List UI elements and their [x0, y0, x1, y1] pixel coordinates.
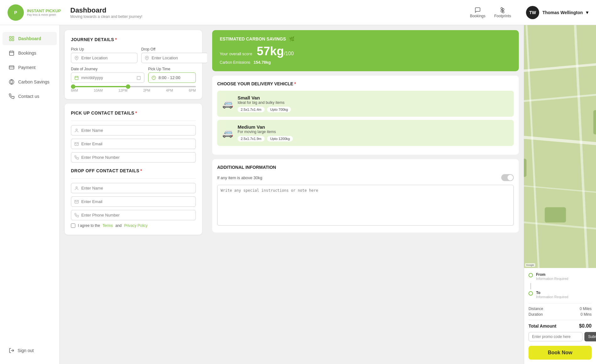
- terms-checkbox[interactable]: [71, 223, 75, 228]
- dropoff-user-icon: [74, 186, 79, 190]
- chevron-down-icon: ▾: [586, 9, 588, 15]
- slider-track: [71, 86, 196, 87]
- dropoff-name-input[interactable]: [81, 186, 192, 190]
- vehicle-card-medium-van[interactable]: 🚐 Medium Van For moving large items 2.5x…: [217, 120, 514, 146]
- svg-rect-37: [545, 207, 566, 222]
- dropoff-phone-icon: [74, 213, 79, 217]
- notes-textarea[interactable]: [217, 185, 514, 226]
- total-amount: $0.00: [579, 323, 592, 329]
- distance-label: Distance: [529, 307, 543, 311]
- privacy-link[interactable]: Privacy Policy: [124, 223, 148, 228]
- sidebar-signout[interactable]: Sign out: [3, 344, 57, 357]
- dropoff-label: Drop Off: [141, 47, 207, 51]
- pickup-email-wrapper[interactable]: [71, 139, 196, 149]
- agree-text: I agree to the: [78, 223, 100, 228]
- user-icon: [74, 128, 79, 133]
- slider-10am: 10AM: [94, 88, 103, 92]
- slider-labels: 8AM 10AM 12PM 2PM 4PM 6PM: [71, 88, 196, 92]
- dropoff-input[interactable]: [152, 56, 204, 60]
- time-value: 8:00 - 12:00: [158, 75, 180, 80]
- additional-title: ADDITIONAL INFORMATION: [217, 165, 514, 170]
- pickup-input[interactable]: [81, 56, 134, 60]
- svg-point-17: [76, 57, 77, 58]
- svg-rect-6: [9, 36, 11, 38]
- date-field: Date of Journey: [71, 67, 144, 83]
- dropoff-phone-wrapper[interactable]: [71, 210, 196, 220]
- nav-bookings[interactable]: Bookings: [470, 7, 485, 18]
- svg-point-26: [76, 186, 78, 188]
- from-label: From: [536, 272, 568, 277]
- sidebar-item-carbon-savings[interactable]: Carbon Savings: [3, 75, 57, 88]
- pickup-divider: [71, 120, 196, 121]
- avatar: TW: [526, 6, 539, 19]
- dropoff-name-wrapper[interactable]: [71, 183, 196, 193]
- svg-point-2: [501, 7, 502, 9]
- pickup-input-wrapper[interactable]: [71, 53, 137, 63]
- header-nav: Bookings Footprints TW Thomas Wellington…: [470, 6, 588, 19]
- svg-point-18: [146, 57, 148, 58]
- vehicle-section: CHOOSE YOUR DELIVERY VEHICLE* 🚐 Small Va…: [212, 76, 519, 155]
- toggle-switch[interactable]: [501, 174, 514, 181]
- dropoff-email-wrapper[interactable]: [71, 196, 196, 207]
- route-to-text: To Information Required: [536, 291, 568, 299]
- distance-row: Distance 0 Miles: [529, 307, 592, 311]
- svg-point-5: [502, 11, 504, 13]
- date-input[interactable]: [81, 75, 134, 80]
- sidebar-item-dashboard[interactable]: Dashboard: [3, 32, 57, 45]
- medium-van-specs: 2.5x1.7x1.9m Upto 1200kg: [238, 136, 509, 142]
- sidebar-item-payment[interactable]: Payment: [3, 61, 57, 74]
- small-van-info: Small Van Ideal for big and bulky items …: [238, 95, 509, 112]
- submit-promo-button[interactable]: Submit: [584, 332, 596, 341]
- logo-icon: P: [8, 4, 24, 21]
- map-svg: [524, 25, 596, 268]
- book-now-button[interactable]: Book Now: [529, 346, 592, 360]
- calendar-icon: [74, 76, 79, 80]
- header: P INSTANT PICKUP Pay less & move green D…: [0, 0, 596, 25]
- dropoff-phone-input[interactable]: [81, 213, 192, 217]
- map-area: Google: [524, 25, 596, 268]
- svg-rect-36: [593, 110, 596, 134]
- carbon-emissions-value: 154.78kg: [254, 60, 271, 65]
- medium-van-capacity: Upto 1200kg: [267, 136, 293, 142]
- pickup-name-input[interactable]: [81, 128, 192, 133]
- content-area: JOURNEY DETAILS* Pick Up Drop Off: [60, 25, 596, 364]
- page-title: Dashboard: [70, 6, 470, 14]
- route-connector: [530, 283, 531, 289]
- user-menu[interactable]: TW Thomas Wellington ▾: [526, 6, 588, 19]
- carbon-score-label: Your overall score: [220, 51, 252, 56]
- svg-point-25: [76, 129, 78, 130]
- dropoff-email-icon: [74, 200, 79, 204]
- journey-title: JOURNEY DETAILS*: [71, 37, 196, 42]
- phone-icon: [74, 155, 79, 160]
- sidebar-item-contact[interactable]: Contact us: [3, 90, 57, 103]
- location-icon: [74, 56, 79, 60]
- small-van-specs: 2.5x1.7x1.4m Upto 700kg: [238, 107, 509, 112]
- terms-row: I agree to the Terms and Privacy Policy: [71, 223, 196, 228]
- vehicle-card-small-van[interactable]: 🚐 Small Van Ideal for big and bulky item…: [217, 91, 514, 117]
- medium-van-info: Medium Van For moving large items 2.5x1.…: [238, 124, 509, 142]
- pickup-name-wrapper[interactable]: [71, 125, 196, 136]
- promo-input[interactable]: [529, 332, 583, 341]
- duration-value: 0 Mins: [581, 312, 592, 317]
- terms-link[interactable]: Terms: [103, 223, 113, 228]
- medium-van-dimensions: 2.5x1.7x1.9m: [238, 136, 265, 142]
- pickup-phone-wrapper[interactable]: [71, 152, 196, 163]
- slider-12pm: 12PM: [118, 88, 127, 92]
- sidebar-item-bookings[interactable]: Bookings: [3, 46, 57, 60]
- dropoff-email-input[interactable]: [81, 199, 192, 204]
- time-slider[interactable]: 8AM 10AM 12PM 2PM 4PM 6PM: [71, 86, 196, 92]
- svg-text:P: P: [14, 10, 17, 15]
- toggle-row: If any item is above 30kg: [217, 174, 514, 181]
- time-display[interactable]: 8:00 - 12:00: [148, 72, 196, 83]
- sidebar-contact-label: Contact us: [18, 94, 39, 99]
- nav-footprints[interactable]: Footprints: [494, 7, 511, 18]
- pickup-phone-input[interactable]: [81, 155, 192, 160]
- date-wrapper[interactable]: [71, 72, 144, 83]
- carbon-score-value: 57kg/100: [257, 45, 294, 58]
- pickup-email-input[interactable]: [81, 142, 192, 146]
- carbon-header: ESTIMATED CARBON SAVINGS 🌿: [220, 36, 511, 41]
- total-divider: [529, 320, 592, 320]
- pickup-label: Pick Up: [71, 47, 137, 51]
- sidebar: Dashboard Bookings Payment Carbon Saving…: [0, 25, 60, 364]
- dropoff-input-wrapper[interactable]: [141, 53, 207, 63]
